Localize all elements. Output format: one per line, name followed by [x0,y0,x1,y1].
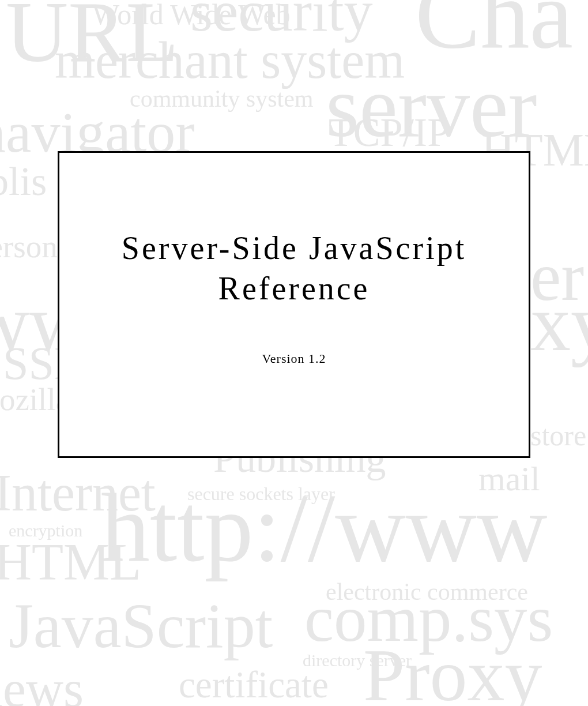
bg-word: HTML [0,536,141,588]
bg-word: TCP/IP [329,112,450,153]
bg-word: Cha [415,0,573,63]
bg-word: certificate [179,666,329,704]
bg-word: blis [0,162,47,202]
document-title: Server-Side JavaScript Reference [59,228,529,309]
bg-word: http://www [101,479,547,577]
bg-word: xy [530,283,588,363]
bg-word: news [0,663,84,706]
title-panel: Server-Side JavaScript Reference Version… [58,151,530,458]
bg-word: store [530,421,586,450]
bg-word: JavaScript [9,594,273,658]
bg-word: Proxy [363,637,542,706]
document-version: Version 1.2 [59,351,529,366]
